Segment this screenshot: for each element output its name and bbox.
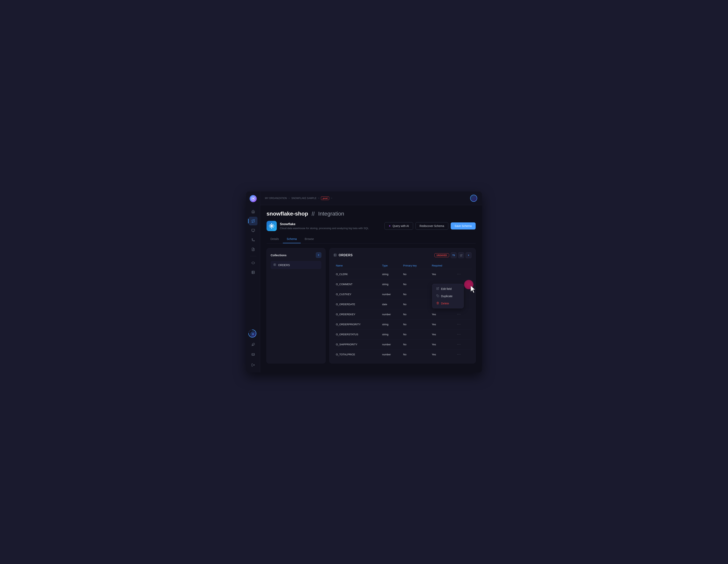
sidebar-item-monitor[interactable] <box>249 226 257 235</box>
table-actions: UNSAVED TS + <box>434 252 472 258</box>
row-more-btn[interactable]: ··· <box>456 352 462 357</box>
table-title: ORDERS <box>334 253 353 257</box>
app-container: O <box>246 191 482 373</box>
row-name: O_ORDERDATE <box>334 299 380 309</box>
page-title-name: snowflake-shop <box>267 210 308 217</box>
col-header-pk: Primary key <box>401 262 429 269</box>
row-required: Yes <box>429 340 453 350</box>
row-type: string <box>380 279 401 289</box>
svg-rect-26 <box>274 264 276 266</box>
row-more-btn[interactable]: ··· <box>456 332 462 337</box>
row-name: O_ORDERPRIORITY <box>334 320 380 330</box>
sidebar-item-settings[interactable] <box>249 340 257 349</box>
breadcrumb-env-badge[interactable]: prod <box>321 196 329 200</box>
sidebar-item-wave[interactable] <box>249 258 257 267</box>
page-title-type: Integration <box>318 210 344 217</box>
table-row: O_TOTALPRICE number No Yes ··· <box>334 350 472 360</box>
edit-field-label: Edit field <box>441 287 452 291</box>
row-more-btn[interactable]: ··· <box>456 342 462 347</box>
row-more-btn[interactable]: ··· <box>456 322 462 327</box>
svg-point-25 <box>274 225 274 226</box>
table-icon <box>334 253 337 257</box>
collection-item-orders[interactable]: ORDERS <box>271 261 321 269</box>
row-more-btn[interactable]: ··· <box>456 271 462 277</box>
collections-panel: Collections + ORDERS <box>267 248 325 364</box>
row-type: number <box>380 309 401 320</box>
rediscover-schema-button[interactable]: Rediscover Schema <box>415 222 448 230</box>
row-required: Yes <box>429 269 453 279</box>
orders-table-panel: ORDERS UNSAVED TS + <box>329 248 476 364</box>
row-name: O_ORDEREKEY <box>334 309 380 320</box>
sidebar: O <box>246 191 260 373</box>
row-pk: No <box>401 279 429 289</box>
query-ai-button[interactable]: ✦ Query with AI <box>384 222 413 230</box>
context-menu-duplicate[interactable]: Duplicate <box>434 293 462 300</box>
sidebar-item-feedback[interactable] <box>249 351 257 359</box>
delete-icon <box>436 302 439 305</box>
edit-icon <box>436 287 439 291</box>
add-field-btn[interactable]: + <box>466 252 472 258</box>
row-name: O_TOTALPRICE <box>334 350 380 360</box>
row-name: O_COMMENT <box>334 279 380 289</box>
breadcrumb-org[interactable]: MY ORGANIZATION <box>265 197 287 199</box>
breadcrumb-source[interactable]: SNOWFLAKE SAMPLE <box>291 197 316 199</box>
tab-browse[interactable]: Browse <box>301 235 318 243</box>
row-pk: No <box>401 299 429 309</box>
sidebar-item-branch[interactable] <box>249 235 257 244</box>
user-progress[interactable]: O <box>249 330 257 339</box>
breadcrumb-sep-1: > <box>289 197 290 199</box>
logo[interactable] <box>249 195 257 202</box>
sidebar-item-logout[interactable] <box>249 361 257 369</box>
sidebar-item-docs[interactable] <box>249 245 257 254</box>
row-pk: No <box>401 350 429 360</box>
row-required: Yes <box>429 330 453 340</box>
row-pk: No <box>401 289 429 299</box>
row-more-btn[interactable]: ··· <box>456 312 462 317</box>
save-schema-button[interactable]: Save Schema <box>451 222 476 229</box>
rediscover-label: Rediscover Schema <box>420 224 444 227</box>
table-header: ORDERS UNSAVED TS + <box>334 252 472 258</box>
breadcrumb-sep-3: > <box>331 197 332 199</box>
context-menu-edit[interactable]: Edit field <box>434 285 462 293</box>
row-required: Yes <box>429 320 453 330</box>
row-type: number <box>380 340 401 350</box>
table-row: O_CLERK string No Yes ··· <box>334 269 472 279</box>
data-table: Name Type Primary key Required O_CLERK s… <box>334 262 472 359</box>
context-menu: Edit field Duplicate <box>432 284 464 309</box>
row-type: string <box>380 269 401 279</box>
row-type: string <box>380 320 401 330</box>
tab-details[interactable]: Details <box>267 235 283 243</box>
sidebar-item-sync[interactable] <box>249 217 257 225</box>
add-collection-button[interactable]: + <box>316 252 321 258</box>
page-title-sep: // <box>312 210 316 217</box>
svg-rect-2 <box>252 229 255 231</box>
typescript-btn[interactable]: TS <box>451 252 457 258</box>
delete-label: Delete <box>441 302 449 305</box>
row-name: O_ORDERSTATUS <box>334 330 380 340</box>
edit-table-btn[interactable] <box>458 252 464 258</box>
header: MY ORGANIZATION > SNOWFLAKE SAMPLE > pro… <box>260 191 482 205</box>
ai-sparkle-icon: ✦ <box>389 224 391 227</box>
row-pk: No <box>401 340 429 350</box>
query-ai-label: Query with AI <box>392 224 409 227</box>
tab-schema[interactable]: Schema <box>283 235 301 243</box>
col-header-required: Required <box>429 262 453 269</box>
duplicate-icon <box>436 295 439 298</box>
sidebar-item-home[interactable] <box>249 207 257 216</box>
schema-layout: Collections + ORDERS <box>267 248 476 364</box>
integration-name: Snowflake <box>280 222 369 226</box>
integration-info: Snowflake Cloud data warehouse for stori… <box>267 221 369 231</box>
collection-table-icon <box>273 263 276 267</box>
table-name: ORDERS <box>339 253 353 257</box>
row-pk: No <box>401 320 429 330</box>
sidebar-nav <box>249 207 257 330</box>
collection-name: ORDERS <box>278 263 290 267</box>
svg-rect-9 <box>252 271 255 274</box>
duplicate-label: Duplicate <box>441 295 452 298</box>
context-menu-delete[interactable]: Delete <box>434 300 462 307</box>
breadcrumb-sep-2: > <box>318 197 319 199</box>
table-row: O_ORDERSTATUS string No Yes ··· <box>334 330 472 340</box>
header-avatar[interactable] <box>470 195 477 202</box>
collections-header: Collections + <box>271 252 321 258</box>
sidebar-item-table[interactable] <box>249 268 257 277</box>
